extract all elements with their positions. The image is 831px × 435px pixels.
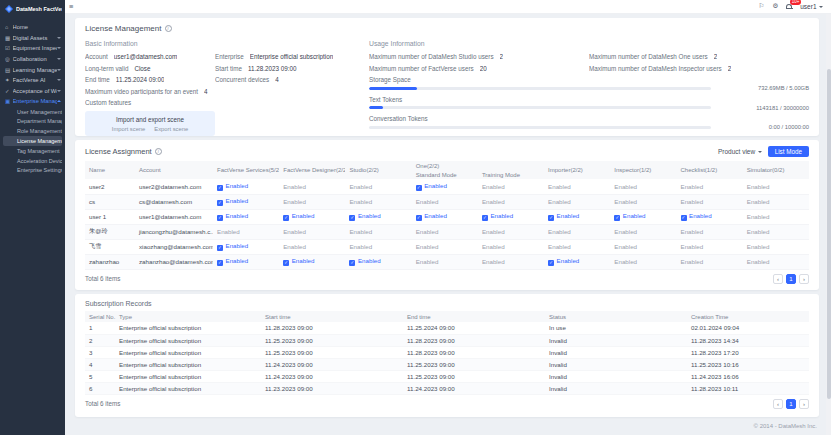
enabled-checkbox[interactable]: ✓ [217,200,223,206]
export-scene-link[interactable]: Export scene [154,126,188,132]
chevron-down-icon [758,151,762,153]
enabled-label: Enabled [226,257,249,264]
enabled-label: Enabled [292,257,315,264]
enabled-label: Enabled [349,228,372,235]
sidebar-item-enterprise-management[interactable]: ▣Enterprise Management [0,96,65,107]
table-row: cscs@datamesh.com✓EnabledEnabledEnabledE… [85,194,809,209]
enabled-checkbox[interactable]: ✓ [217,215,223,221]
enabled-label: Enabled [283,183,306,190]
field-end-time: End time11.25.2024 09:00 [85,76,215,83]
enabled-label: Enabled [681,198,704,205]
col-importer-2-2: Importer(2/2) [544,161,610,179]
enabled-checkbox[interactable]: ✓ [416,215,422,221]
sidebar-subitem-tag-management[interactable]: Tag Management [3,146,62,156]
collapse-sidebar-icon[interactable]: ≡ [69,3,73,11]
bell-icon[interactable]: 10+ [786,3,792,10]
col-serial-no: Serial No. [85,311,115,322]
enabled-label: Enabled [358,257,381,264]
enabled-checkbox[interactable]: ✓ [416,185,422,191]
name-cell: user 1 [85,209,135,224]
enabled-checkbox[interactable]: ✓ [283,215,289,221]
enabled-checkbox[interactable]: ✓ [349,260,355,266]
enabled-label: Enabled [226,182,249,189]
enabled-checkbox[interactable]: ✓ [217,260,223,266]
import-scene-link[interactable]: Import scene [112,126,146,132]
enabled-checkbox[interactable]: ✓ [283,260,289,266]
page-title: License Management [85,24,162,33]
next-page-button[interactable]: › [799,274,809,284]
sidebar-subitem-license-management[interactable]: License Management [3,136,62,146]
meter-value: 1143181 / 30000000 [717,105,809,111]
sidebar-item-collaboration[interactable]: ◎Collaboration [0,54,65,65]
creation-time-cell: 11.28.2023 10:11 [687,382,809,394]
enabled-label: Enabled [283,198,306,205]
page-button-current[interactable]: 1 [786,399,796,409]
enabled-label: Enabled [358,212,381,219]
copyright-text: © 2014 - DataMesh Inc. [75,421,819,429]
sidebar-item-label: FactVerse AI [13,77,58,83]
basic-fields-right: EnterpriseEnterprise official subscripti… [215,53,367,88]
name-cell: 飞雪 [85,239,135,254]
sidebar-item-label: Collaboration [13,56,58,62]
sidebar-item-digital-assets[interactable]: ▦Digital Assets [0,33,65,44]
product-view-selector[interactable]: Product view [718,148,762,155]
sidebar-subitem-department-management[interactable]: Department Management [3,117,62,127]
scrollbar-thumb[interactable] [827,69,831,399]
table-row: 4Enterprise official subscription11.24.2… [85,358,809,370]
usage-fields-col1: Maximum number of DataMesh Studio users2… [369,53,589,76]
license-toggle-cell: ✓Enabled [279,254,345,269]
table-row: 朱@玲jiancongzhu@datamesh.c...EnabledEnabl… [85,224,809,239]
enabled-checkbox[interactable]: ✓ [681,215,687,221]
enabled-checkbox[interactable]: ✓ [349,215,355,221]
enabled-checkbox[interactable]: ✓ [614,215,620,221]
enabled-label: Enabled [548,198,571,205]
sidebar-item-acceptance-of-work[interactable]: ✓Acceptance of Work [0,86,65,97]
serial-cell: 6 [85,382,115,394]
sidebar-item-home[interactable]: ⌂Home [0,22,65,33]
prev-page-button[interactable]: ‹ [773,274,783,284]
sidebar-subitem-role-management[interactable]: Role Management [3,126,62,136]
license-toggle-cell: Enabled [677,224,743,239]
license-toggle-cell: Enabled [412,254,478,269]
enabled-checkbox[interactable]: ✓ [217,185,223,191]
page-button-current[interactable]: 1 [786,274,796,284]
basic-info-heading: Basic Information [85,40,367,47]
megaphone-icon[interactable]: ⚐ [759,3,765,10]
list-mode-button[interactable]: List Mode [768,146,809,157]
prev-page-button[interactable]: ‹ [773,399,783,409]
account-cell: xiaozhang@datamesh.com [135,239,213,254]
account-cell: user2@datamesh.com [135,179,213,194]
license-toggle-cell: Enabled [478,224,544,239]
user-menu[interactable]: user1 [800,3,823,10]
license-toggle-cell: ✓Enabled [279,209,345,224]
sidebar-subitem-user-management[interactable]: User Management [3,107,62,117]
enabled-checkbox[interactable]: ✓ [548,260,554,266]
license-toggle-cell: Enabled [743,254,809,269]
next-page-button[interactable]: › [799,399,809,409]
sidebar-subitem-enterprise-settings[interactable]: Enterprise Settings [3,166,62,176]
license-toggle-cell: ✓Enabled [412,179,478,194]
field-max-video-participants: Maximum video participants for an event … [85,88,367,95]
col-start-time: Start time [261,311,403,322]
notification-badge: 10+ [790,0,801,5]
info-icon[interactable]: i [155,148,162,155]
enabled-checkbox[interactable]: ✓ [482,215,488,221]
account-cell: jiancongzhu@datamesh.c... [135,224,213,239]
sidebar-item-learning-management[interactable]: ▤Learning Management [0,64,65,75]
sidebar-item-equipment-inspection[interactable]: ☑Equipment Inspection [0,43,65,54]
enabled-checkbox[interactable]: ✓ [217,245,223,251]
sidebar-subitem-acceleration-device-settings[interactable]: Acceleration Device Settings [3,156,62,166]
chevron-down-icon [57,37,61,39]
enabled-checkbox[interactable]: ✓ [548,215,554,221]
license-toggle-cell: Enabled [345,179,411,194]
info-icon[interactable]: i [165,25,172,32]
serial-cell: 3 [85,346,115,358]
sidebar-item-factverse-ai[interactable]: ✦FactVerse AI [0,75,65,86]
assignment-header: License Assignment i Product view List M… [85,146,809,157]
type-cell: Enterprise official subscription [115,358,261,370]
progress-bar [369,126,711,129]
settings-gear-icon[interactable]: ⚙ [772,3,778,10]
enabled-label: Enabled [482,228,505,235]
license-toggle-cell: ✓Enabled [345,254,411,269]
name-cell: 朱@玲 [85,224,135,239]
